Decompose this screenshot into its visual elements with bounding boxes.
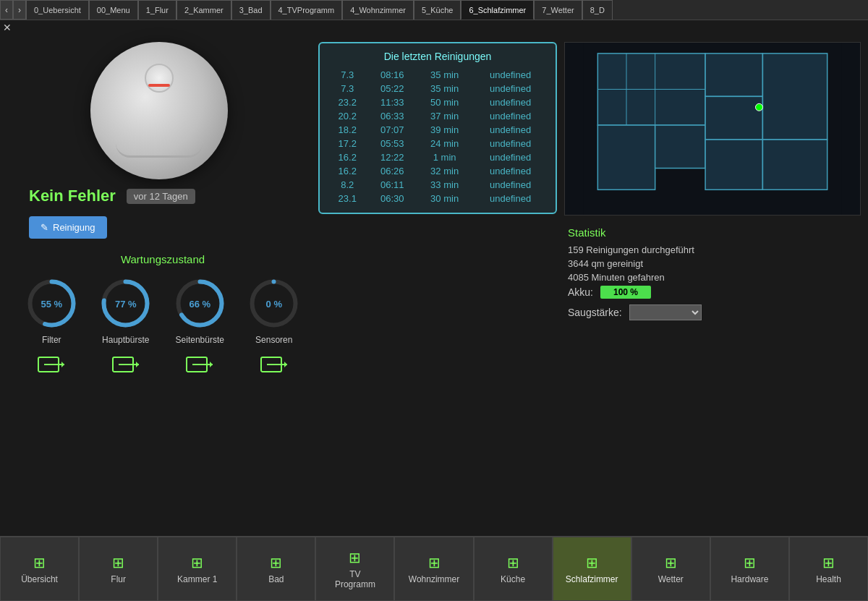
nav-schlafzimmer-icon: ⊞: [586, 554, 598, 571]
nav-kammer1-label: Kammer 1: [177, 574, 217, 584]
row-duration: 35 min: [417, 68, 472, 82]
row-time: 06:26: [368, 164, 417, 178]
nav-wetter-icon: ⊞: [665, 554, 677, 571]
row-status: undefined: [472, 164, 548, 178]
tab-extra[interactable]: 8_D: [582, 0, 613, 20]
nav-health[interactable]: ⊞ Health: [789, 537, 868, 601]
main-content: Kein Fehler vor 12 Tagen ✎ Reinigung War…: [0, 35, 868, 536]
row-date: 23.1: [327, 192, 368, 205]
row-time: 06:33: [368, 109, 417, 123]
close-button[interactable]: ✕: [3, 22, 12, 33]
reinigungen-table: 7.3 08:16 35 min undefined 7.3 05:22 35 …: [327, 68, 548, 205]
nav-health-icon: ⊞: [822, 554, 835, 571]
row-duration: 1 min: [417, 150, 472, 164]
row-date: 7.3: [327, 68, 368, 82]
tab-wohnzimmer[interactable]: 4_Wohnzimmer: [342, 0, 414, 20]
gauge-hauptburste: 77 %: [98, 276, 153, 331]
tab-kammer[interactable]: 2_Kammer: [176, 0, 231, 20]
gauge-sensoren-label: 0 %: [266, 298, 282, 309]
row-date: 20.2: [327, 109, 368, 123]
nav-kuche-label: Küche: [501, 574, 525, 584]
row-status: undefined: [472, 178, 548, 192]
row-date: 18.2: [327, 123, 368, 137]
row-time: 08:16: [368, 68, 417, 82]
seitenburste-label: Seitenbürste: [176, 335, 224, 345]
saugstarke-row: Saugstärke:: [568, 304, 857, 320]
gauge-hauptburste-label: 77 %: [115, 298, 137, 309]
nav-bad-icon: ⊞: [270, 554, 282, 571]
sensoren-icon[interactable]: [256, 352, 292, 378]
nav-kammer1[interactable]: ⊞ Kammer 1: [158, 537, 237, 601]
nav-ubersicht-label: Übersicht: [21, 574, 58, 584]
status-text: Kein Fehler: [29, 187, 116, 205]
hauptburste-icon[interactable]: [108, 352, 144, 378]
reinigung-button[interactable]: ✎ Reinigung: [29, 216, 107, 239]
table-row: 20.2 06:33 37 min undefined: [327, 109, 548, 123]
tab-uebersicht[interactable]: 0_Uebersicht: [26, 0, 89, 20]
row-date: 16.2: [327, 164, 368, 178]
nav-hardware[interactable]: ⊞ Hardware: [710, 537, 789, 601]
reinigungen-box: Die letzten Reinigungen 7.3 08:16 35 min…: [318, 42, 557, 214]
table-row: 7.3 05:22 35 min undefined: [327, 82, 548, 95]
table-row: 16.2 12:22 1 min undefined: [327, 150, 548, 164]
reinigungen-title: Die letzten Reinigungen: [327, 51, 548, 62]
nav-wetter-label: Wetter: [658, 574, 684, 584]
saugstarke-label: Saugstärke:: [568, 307, 622, 318]
tab-bad[interactable]: 3_Bad: [231, 0, 271, 20]
svg-marker-13: [136, 362, 139, 367]
nav-wohnzimmer[interactable]: ⊞ Wohnzimmer: [394, 537, 473, 601]
row-time: 11:33: [368, 95, 417, 109]
tab-nav-next[interactable]: ›: [13, 0, 26, 20]
nav-bad[interactable]: ⊞ Bad: [237, 537, 315, 601]
wartung-title: Wartungszustand: [14, 253, 311, 265]
nav-tvprogramm[interactable]: ⊞ TVProgramm: [315, 537, 394, 601]
tab-flur[interactable]: 1_Flur: [138, 0, 176, 20]
tab-menu[interactable]: 00_Menu: [89, 0, 138, 20]
robot-image: [90, 42, 228, 179]
circle-sensoren: 0 % Sensoren: [247, 276, 301, 345]
saugstarke-select[interactable]: [629, 304, 702, 320]
svg-marker-19: [284, 362, 287, 367]
akku-bar: 100 %: [600, 286, 651, 299]
tab-schlafzimmer[interactable]: 6_Schlafzimmer: [461, 0, 534, 20]
row-duration: 24 min: [417, 137, 472, 150]
filter-icon[interactable]: [33, 352, 69, 378]
tab-kuche[interactable]: 5_Küche: [414, 0, 461, 20]
svg-rect-22: [705, 54, 762, 97]
status-row: Kein Fehler vor 12 Tagen: [29, 187, 195, 205]
nav-wetter[interactable]: ⊞ Wetter: [631, 537, 710, 601]
right-panel: Statistik 159 Reinigungen durchgeführt 3…: [564, 42, 861, 529]
icons-row: [14, 352, 311, 378]
row-status: undefined: [472, 123, 548, 137]
tab-nav-prev[interactable]: ‹: [0, 0, 13, 20]
row-status: undefined: [472, 150, 548, 164]
table-row: 23.2 11:33 50 min undefined: [327, 95, 548, 109]
nav-ubersicht-icon: ⊞: [33, 554, 46, 571]
row-duration: 32 min: [417, 164, 472, 178]
nav-wohnzimmer-label: Wohnzimmer: [409, 574, 459, 584]
row-time: 12:22: [368, 150, 417, 164]
reinigung-icon: ✎: [41, 222, 48, 233]
row-duration: 30 min: [417, 192, 472, 205]
nav-kuche[interactable]: ⊞ Küche: [474, 537, 553, 601]
svg-rect-24: [655, 125, 705, 169]
tab-wetter[interactable]: 7_Wetter: [534, 0, 582, 20]
nav-ubersicht[interactable]: ⊞ Übersicht: [0, 537, 79, 601]
nav-bad-label: Bad: [268, 574, 284, 584]
robot-bottom-arc: [116, 143, 203, 158]
nav-tvprogramm-label: TVProgramm: [335, 569, 375, 589]
seitenburste-icon[interactable]: [182, 352, 218, 378]
filter-label: Filter: [42, 335, 61, 345]
tab-tvprogramm[interactable]: 4_TVProgramm: [271, 0, 343, 20]
row-time: 05:22: [368, 82, 417, 95]
svg-rect-25: [705, 96, 762, 140]
nav-flur[interactable]: ⊞ Flur: [79, 537, 158, 601]
wartung-section: Wartungszustand 55 % Filter: [7, 253, 311, 378]
nav-flur-icon: ⊞: [112, 554, 124, 571]
row-date: 7.3: [327, 82, 368, 95]
table-row: 23.1 06:30 30 min undefined: [327, 192, 548, 205]
circle-seitenburste: 66 % Seitenbürste: [173, 276, 227, 345]
svg-rect-28: [762, 140, 827, 189]
reinigung-label: Reinigung: [53, 222, 95, 233]
nav-schlafzimmer[interactable]: ⊞ Schlafzimmer: [553, 537, 631, 601]
